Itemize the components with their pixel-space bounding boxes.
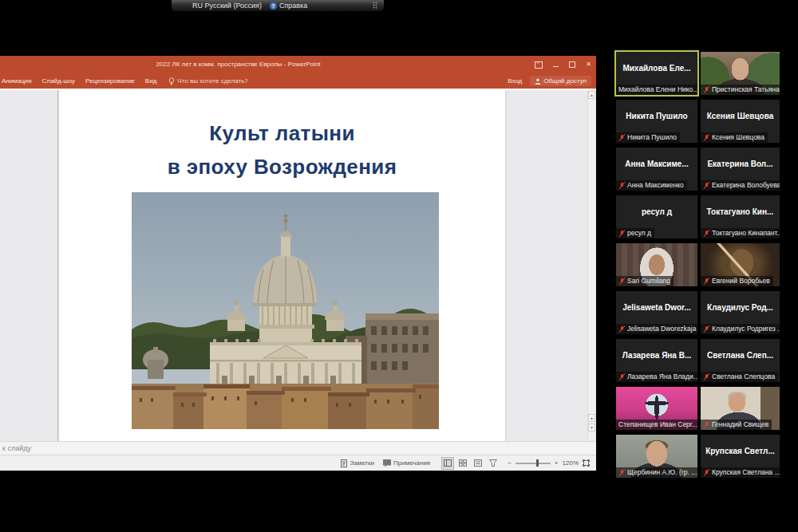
- muted-mic-icon: [703, 229, 709, 238]
- tell-me-search[interactable]: Что вы хотите сделать?: [168, 77, 247, 85]
- help-button[interactable]: ? Справка: [270, 2, 307, 10]
- participant-name: Никита Пушило: [616, 100, 697, 132]
- language-indicator[interactable]: RU Русский (Россия): [192, 2, 262, 10]
- ribbon-tab-slideshow[interactable]: Слайд-шоу: [42, 77, 75, 85]
- participant-name: Михайлова Еле...: [616, 52, 697, 85]
- muted-mic-icon: [618, 468, 625, 477]
- slideshow-view-button[interactable]: [488, 458, 499, 469]
- muted-mic-icon: [703, 468, 709, 477]
- participant-tile[interactable]: Степанищев Иван Серг...: [616, 387, 697, 430]
- participant-label: Sari Gumilang: [616, 276, 674, 286]
- muted-mic-icon: [703, 372, 709, 381]
- participant-tile[interactable]: Евгений Воробьев: [701, 243, 780, 286]
- participant-tile[interactable]: Токтагуано Кин... Токтагуано Кинапант...: [701, 195, 780, 238]
- scroll-up-icon[interactable]: ▲: [588, 91, 595, 99]
- slide-canvas: Культ латыни в эпоху Возрождения: [59, 90, 505, 441]
- comments-toggle-button[interactable]: Примечания: [383, 459, 430, 467]
- ribbon-tab-review[interactable]: Рецензирование: [85, 77, 135, 85]
- slide-sorter-view-button[interactable]: [457, 458, 468, 469]
- thumbnail-pane-divider[interactable]: [57, 90, 58, 441]
- powerpoint-window: 2022 ЛК лет в комм. пространстве Европы …: [0, 56, 596, 471]
- share-button[interactable]: Общий доступ: [530, 76, 591, 86]
- participant-tile[interactable]: Sari Gumilang: [616, 243, 697, 286]
- notes-icon: [341, 459, 347, 467]
- participant-label: Jelisaweta Dworezkaja: [616, 324, 697, 334]
- normal-view-button[interactable]: [442, 458, 453, 469]
- restore-icon[interactable]: [569, 61, 575, 68]
- notes-toggle-button[interactable]: Заметки: [341, 459, 374, 467]
- participant-name: Анна Максиме...: [616, 148, 697, 180]
- participant-name: Лазарева Яна В...: [616, 339, 697, 372]
- participant-panel: Михайлова Еле... Михайлова Елени Нико...…: [616, 52, 780, 478]
- zoom-in-button[interactable]: +: [555, 459, 559, 467]
- participant-label: Токтагуано Кинапант...: [701, 228, 780, 238]
- participant-tile[interactable]: Михайлова Еле... Михайлова Елени Нико...: [616, 52, 697, 95]
- participant-label: Евгений Воробьев: [701, 276, 773, 286]
- participant-label: Никита Пушило: [616, 132, 680, 143]
- participant-label: Ксения Шевцова: [701, 132, 768, 143]
- participant-tile[interactable]: Крупская Светл... Крупская Светлана ...: [701, 435, 780, 478]
- muted-mic-icon: [618, 181, 625, 190]
- status-bar: Заметки Примечания −: [0, 455, 596, 471]
- minimize-icon[interactable]: [553, 66, 559, 67]
- zoom-level: 120%: [563, 459, 579, 467]
- vertical-scrollbar[interactable]: ▲ ▲ ▼: [587, 91, 595, 440]
- participant-name: Jelisaweta Dwor...: [616, 291, 697, 324]
- participant-tile[interactable]: Jelisaweta Dwor... Jelisaweta Dworezkaja: [616, 291, 697, 334]
- participant-tile[interactable]: Щербинин А.Ю. (гр. ...: [616, 435, 697, 478]
- participant-label: ресул д: [616, 228, 654, 238]
- window-title: 2022 ЛК лет в комм. пространстве Европы …: [0, 56, 476, 73]
- muted-mic-icon: [703, 325, 709, 333]
- fit-to-window-icon[interactable]: [583, 459, 590, 467]
- participant-tile[interactable]: Никита Пушило Никита Пушило: [616, 100, 697, 143]
- participant-tile[interactable]: Екатерина Вол... Екатерина Волобуева: [701, 148, 780, 191]
- notes-pane[interactable]: к слайду: [0, 441, 596, 455]
- participant-label: Степанищев Иван Серг...: [616, 420, 697, 430]
- participant-tile[interactable]: Геннадий Свищев: [701, 387, 780, 430]
- participant-name: Крупская Светл...: [701, 435, 780, 467]
- participant-label: Щербинин А.Ю. (гр. ...: [616, 467, 697, 478]
- participant-label: Светлана Слепцова: [701, 372, 778, 382]
- previous-slide-icon[interactable]: ▲: [588, 414, 595, 422]
- drag-handle-icon[interactable]: [373, 2, 377, 10]
- participant-label: Крупская Светлана ...: [701, 467, 780, 478]
- question-mark-icon: ?: [270, 2, 277, 10]
- participant-tile[interactable]: Клаудилус Род... Клаудилус Родригез ...: [701, 291, 780, 334]
- reading-view-button[interactable]: [472, 458, 484, 469]
- participant-label: Пристинская Татьяна...: [701, 85, 780, 95]
- person-icon: [535, 78, 541, 85]
- ribbon-tab-view[interactable]: Вид: [145, 77, 156, 85]
- participant-tile[interactable]: Светлана Слеп... Светлана Слепцова: [701, 339, 780, 382]
- muted-mic-icon: [618, 372, 625, 381]
- participant-name: Екатерина Вол...: [701, 148, 780, 180]
- participant-label: Геннадий Свищев: [701, 420, 772, 430]
- participant-label: Клаудилус Родригез ...: [701, 324, 780, 334]
- participant-tile[interactable]: Анна Максиме... Анна Максименко: [616, 148, 697, 191]
- sign-in-button[interactable]: Вход: [508, 77, 522, 85]
- participant-name: ресул д: [616, 195, 697, 228]
- muted-mic-icon: [618, 133, 625, 142]
- participant-tile[interactable]: Пристинская Татьяна...: [701, 52, 780, 95]
- participant-tile[interactable]: Ксения Шевцова Ксения Шевцова: [701, 100, 780, 143]
- participant-name: Светлана Слеп...: [701, 339, 780, 372]
- participant-label: Лазарева Яна Влади...: [616, 372, 697, 382]
- participant-label: Михайлова Елени Нико...: [616, 85, 697, 95]
- muted-mic-icon: [618, 325, 625, 333]
- participant-name: Токтагуано Кин...: [701, 195, 780, 228]
- zoom-slider-thumb[interactable]: [536, 459, 539, 467]
- comment-icon: [383, 459, 391, 467]
- ribbon-tab-animation[interactable]: Анимация: [2, 77, 32, 85]
- next-slide-icon[interactable]: ▼: [588, 424, 595, 432]
- participant-tile[interactable]: Лазарева Яна В... Лазарева Яна Влади...: [616, 339, 697, 382]
- close-icon[interactable]: ✕: [586, 61, 591, 68]
- participant-tile[interactable]: ресул д ресул д: [616, 195, 697, 238]
- lightbulb-icon: [168, 77, 175, 85]
- muted-mic-icon: [703, 277, 709, 286]
- zoom-share-toolbar[interactable]: RU Русский (Россия) ? Справка: [172, 0, 384, 11]
- participant-label: Екатерина Волобуева: [701, 180, 780, 191]
- zoom-slider[interactable]: [516, 463, 551, 464]
- ribbon-tab-bar: Анимация Слайд-шоу Рецензирование Вид Чт…: [0, 73, 596, 89]
- muted-mic-icon: [618, 277, 625, 286]
- zoom-out-button[interactable]: −: [508, 459, 512, 467]
- ribbon-display-options-icon[interactable]: [535, 61, 543, 69]
